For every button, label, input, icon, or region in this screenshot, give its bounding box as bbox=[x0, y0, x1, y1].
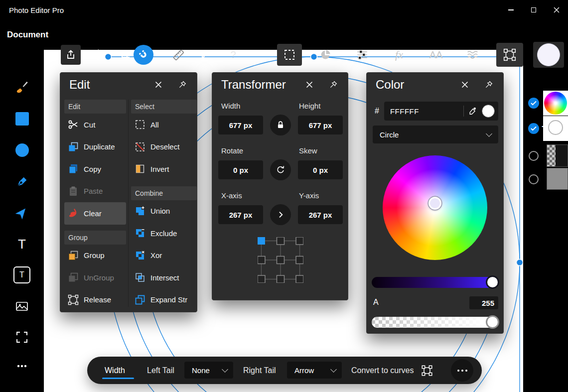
anchor-bottom-left[interactable] bbox=[258, 275, 265, 283]
layer-row-3[interactable] bbox=[523, 144, 568, 167]
menu-item-expand-stroke[interactable]: Expand Str bbox=[131, 289, 197, 311]
image-tool[interactable] bbox=[10, 294, 34, 318]
color-wheel-handle[interactable] bbox=[428, 197, 441, 210]
anchor-bottom-center[interactable] bbox=[277, 275, 284, 283]
convert-to-curves-button[interactable]: Convert to curves bbox=[351, 357, 433, 384]
anchor-top-right[interactable] bbox=[296, 237, 303, 245]
close-panel-button[interactable] bbox=[152, 78, 165, 91]
left-tail-dropdown[interactable]: None bbox=[184, 362, 233, 379]
layer-thumbnail[interactable] bbox=[543, 91, 568, 116]
rotate-mode-button[interactable] bbox=[270, 159, 291, 180]
menu-item-release[interactable]: Release bbox=[64, 289, 126, 311]
menu-item-ungroup[interactable]: UnGroup bbox=[64, 266, 126, 289]
anchor-center[interactable] bbox=[277, 257, 284, 264]
pen-tool[interactable] bbox=[10, 169, 34, 193]
undo-button[interactable] bbox=[88, 45, 108, 65]
minimize-button[interactable] bbox=[499, 0, 522, 20]
hex-color-input[interactable]: FFFFFF bbox=[384, 102, 498, 121]
frame-crop-tool[interactable] bbox=[10, 325, 34, 349]
alpha-slider-handle[interactable] bbox=[486, 315, 499, 329]
layer-row-1[interactable] bbox=[523, 91, 568, 116]
menu-item-xor[interactable]: Xor bbox=[131, 245, 197, 267]
pin-panel-button[interactable] bbox=[327, 78, 340, 91]
menu-item-deselect[interactable]: Deselect bbox=[131, 136, 197, 158]
gradient-style-dropdown[interactable]: Circle bbox=[373, 126, 498, 143]
layer-row-2[interactable] bbox=[523, 116, 568, 141]
anchor-point-grid[interactable] bbox=[258, 237, 303, 283]
transform-mode-button[interactable] bbox=[496, 43, 523, 67]
document-menu[interactable]: Document bbox=[7, 30, 48, 40]
layers-waves-button[interactable] bbox=[462, 44, 484, 66]
layer-visible-checkbox[interactable] bbox=[529, 174, 539, 184]
anchor-top-left[interactable] bbox=[258, 237, 265, 245]
more-tools-button[interactable] bbox=[10, 354, 34, 378]
x-axis-input[interactable]: 267 px bbox=[218, 205, 263, 224]
snap-magnet-button[interactable] bbox=[134, 45, 153, 65]
width-input[interactable]: 677 px bbox=[218, 116, 263, 134]
layer-visible-checkbox[interactable] bbox=[528, 98, 539, 109]
pin-panel-button[interactable] bbox=[176, 78, 189, 91]
marquee-select-button[interactable] bbox=[277, 44, 302, 66]
menu-item-exclude[interactable]: Exclude bbox=[131, 222, 197, 245]
close-button[interactable] bbox=[545, 0, 568, 20]
expand-position-button[interactable] bbox=[270, 204, 291, 225]
rotate-input[interactable]: 0 px bbox=[218, 160, 263, 179]
skew-input[interactable]: 0 px bbox=[298, 160, 343, 179]
layer-thumbnail[interactable] bbox=[543, 116, 568, 141]
y-axis-input[interactable]: 267 px bbox=[298, 205, 343, 224]
anchor-top-center[interactable] bbox=[277, 237, 284, 245]
anchor-mid-right[interactable] bbox=[296, 257, 303, 264]
ruler-button[interactable] bbox=[168, 45, 188, 65]
anchor-mid-left[interactable] bbox=[258, 257, 265, 264]
selection-handle[interactable] bbox=[517, 260, 523, 266]
menu-item-cut[interactable]: Cut bbox=[64, 114, 126, 136]
rectangle-tool[interactable] bbox=[10, 107, 34, 131]
alpha-value-input[interactable]: 255 bbox=[469, 296, 498, 309]
right-tail-dropdown[interactable]: Arrow bbox=[287, 362, 342, 379]
pin-panel-button[interactable] bbox=[482, 78, 495, 91]
eyedropper-icon[interactable] bbox=[468, 106, 478, 116]
more-options-button[interactable] bbox=[451, 359, 473, 382]
current-color-button[interactable] bbox=[533, 42, 564, 68]
typography-button[interactable]: AA bbox=[425, 44, 447, 66]
text-tool[interactable]: T bbox=[10, 232, 34, 256]
pie-chart-button[interactable] bbox=[314, 44, 336, 66]
menu-item-paste[interactable]: Paste bbox=[64, 180, 126, 203]
menu-item-copy[interactable]: Copy bbox=[64, 158, 126, 180]
export-button[interactable] bbox=[61, 45, 81, 65]
lock-aspect-button[interactable] bbox=[270, 115, 291, 135]
edit-panel-header[interactable]: Edit bbox=[60, 73, 197, 97]
layer-row-4[interactable] bbox=[523, 168, 568, 190]
color-panel-header[interactable]: Color bbox=[367, 73, 503, 97]
brush-tool[interactable] bbox=[10, 75, 34, 99]
ellipse-tool[interactable] bbox=[10, 138, 34, 162]
maximize-button[interactable] bbox=[522, 0, 545, 20]
close-panel-button[interactable] bbox=[458, 78, 471, 91]
height-input[interactable]: 677 px bbox=[298, 116, 343, 134]
close-panel-button[interactable] bbox=[303, 78, 316, 91]
tab-width[interactable]: Width bbox=[105, 357, 125, 384]
transformer-panel-header[interactable]: Transformer bbox=[212, 73, 348, 97]
menu-item-invert[interactable]: Invert bbox=[131, 158, 197, 180]
menu-item-group[interactable]: Group bbox=[64, 245, 126, 267]
menu-item-select-all[interactable]: All bbox=[131, 114, 197, 136]
menu-item-intersect[interactable]: Intersect bbox=[131, 266, 197, 289]
node-select-tool[interactable] bbox=[10, 201, 34, 225]
help-button[interactable]: ? bbox=[223, 45, 243, 65]
layer-thumbnail[interactable] bbox=[547, 144, 568, 167]
anchor-bottom-right[interactable] bbox=[296, 275, 303, 283]
layer-visible-checkbox[interactable] bbox=[528, 123, 539, 134]
text-frame-tool[interactable]: T bbox=[10, 263, 34, 287]
menu-item-clear[interactable]: Clear bbox=[64, 202, 126, 225]
layer-visible-checkbox[interactable] bbox=[529, 151, 539, 161]
layer-thumbnail[interactable] bbox=[547, 168, 568, 190]
adjustments-button[interactable] bbox=[351, 44, 373, 66]
current-color-swatch[interactable] bbox=[482, 105, 495, 118]
alpha-slider[interactable] bbox=[372, 317, 498, 328]
shade-slider[interactable] bbox=[372, 277, 498, 288]
resize-button[interactable] bbox=[196, 45, 216, 65]
crop-button[interactable] bbox=[115, 45, 135, 65]
shade-slider-handle[interactable] bbox=[486, 275, 499, 289]
menu-item-duplicate[interactable]: Duplicate bbox=[64, 136, 126, 158]
menu-item-union[interactable]: Union bbox=[131, 200, 197, 223]
